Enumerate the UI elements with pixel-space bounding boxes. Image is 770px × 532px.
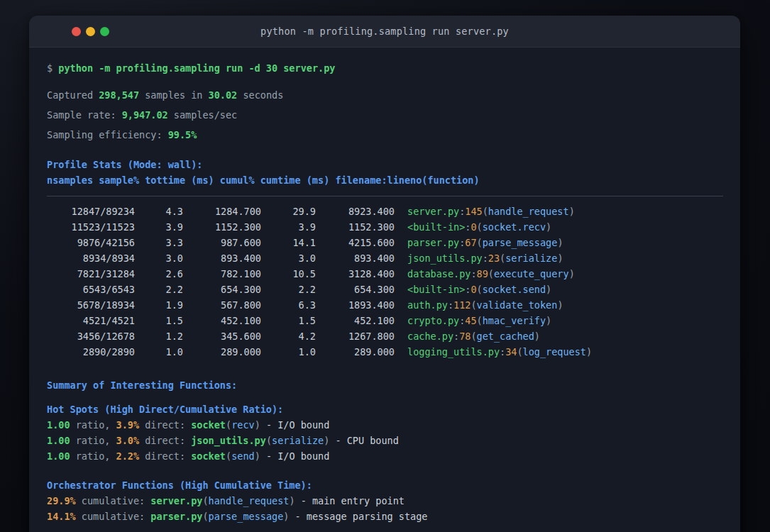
sample-pct-cell: 1.2	[135, 328, 183, 344]
filename: cache.py	[407, 331, 453, 342]
efficiency-value: 99.5%	[168, 129, 197, 140]
module-name: parser.py	[150, 511, 202, 522]
profile-row: 6543/6543 2.2 654.300 2.2 654.300 <built…	[47, 282, 723, 297]
nsamples-cell: 3456/12678	[47, 328, 135, 344]
location-cell: auth.py:112(validate_token)	[395, 297, 723, 313]
filename: <built-in>	[407, 221, 465, 233]
profile-row: 4521/4521 1.5 452.100 1.5 452.100 crypto…	[47, 313, 723, 328]
shell-prompt: $	[47, 62, 58, 74]
filename: server.py	[407, 206, 459, 217]
open-paren: (	[226, 450, 231, 462]
profile-table: 12847/89234 4.3 1284.700 29.9 8923.400 s…	[47, 204, 723, 360]
close-paren: )	[289, 495, 295, 506]
ratio-value: 1.00	[47, 435, 70, 446]
captured-label: Captured	[47, 89, 99, 101]
hot-spot-line: 1.00 ratio, 3.0% direct: json_utils.py(s…	[47, 433, 723, 448]
function-name: handle_request	[488, 206, 569, 217]
ratio-value: 1.00	[47, 450, 70, 462]
lineno: 145	[465, 206, 482, 217]
close-paren: )	[255, 419, 260, 431]
hot-spot-line: 1.00 ratio, 2.2% direct: socket(send) - …	[47, 448, 723, 464]
colon: :	[500, 346, 505, 358]
maximize-button[interactable]	[100, 27, 109, 36]
orchestrator-heading: Orchestrator Functions (High Cumulative …	[47, 477, 723, 493]
command-text: python -m profiling.sampling run -d 30 s…	[58, 62, 335, 74]
bound-note: - I/O bound	[260, 450, 330, 462]
profile-row: 12847/89234 4.3 1284.700 29.9 8923.400 s…	[47, 204, 723, 219]
colon: :	[453, 331, 459, 342]
filename: json_utils.py	[407, 253, 483, 264]
open-paren: (	[266, 435, 272, 446]
lineno: 89	[477, 268, 488, 279]
minimize-button[interactable]	[86, 27, 95, 36]
tottime-cell: 1284.700	[183, 204, 261, 219]
module-name: json_utils.py	[191, 435, 266, 446]
sample-pct-cell: 1.9	[135, 297, 183, 313]
cumtime-cell: 1893.400	[316, 297, 395, 313]
function-name: send	[231, 450, 255, 462]
cumtime-cell: 1152.300	[316, 219, 395, 235]
tottime-cell: 567.800	[183, 297, 261, 313]
close-paren: )	[534, 331, 540, 342]
efficiency-line: Sampling efficiency: 99.5%	[47, 127, 723, 143]
lineno: 78	[459, 331, 471, 342]
traffic-lights	[72, 16, 109, 47]
profile-stats-heading: Profile Stats (Mode: wall):	[47, 157, 723, 172]
profile-row: 11523/11523 3.9 1152.300 3.9 1152.300 <b…	[47, 219, 723, 235]
location-cell: logging_utils.py:34(log_request)	[395, 344, 723, 360]
direct-label: direct:	[139, 419, 191, 431]
tottime-cell: 452.100	[183, 313, 261, 328]
orchestrator-line: 29.9% cumulative: server.py(handle_reque…	[47, 493, 723, 509]
open-paren: (	[488, 268, 494, 279]
orchestrator-list: 29.9% cumulative: server.py(handle_reque…	[47, 493, 723, 524]
location-cell: <built-in>:0(socket.send)	[395, 282, 723, 297]
direct-pct: 3.9%	[116, 419, 140, 431]
tottime-cell: 893.400	[183, 250, 261, 266]
samples-count: 298,547	[99, 89, 139, 101]
captured-suffix: seconds	[237, 89, 283, 101]
colon: :	[448, 299, 453, 311]
close-button[interactable]	[72, 27, 81, 36]
lineno: 34	[505, 346, 517, 358]
bound-note: - CPU bound	[329, 435, 399, 446]
tottime-cell: 289.000	[183, 344, 261, 360]
terminal-output: $ python -m profiling.sampling run -d 30…	[29, 48, 740, 524]
orchestrator-note: - main entry point	[295, 495, 405, 506]
cumtime-cell: 654.300	[316, 282, 395, 297]
open-paren: (	[226, 419, 231, 431]
orchestrator-line: 14.1% cumulative: parser.py(parse_messag…	[47, 509, 723, 524]
hot-spots-list: 1.00 ratio, 3.9% direct: socket(recv) - …	[47, 417, 723, 464]
cumul-pct-cell: 1.5	[261, 313, 316, 328]
cumul-pct-cell: 3.0	[261, 250, 316, 266]
open-paren: (	[477, 221, 483, 233]
terminal-window: python -m profiling.sampling run server.…	[29, 16, 740, 532]
efficiency-label: Sampling efficiency:	[47, 129, 168, 140]
profile-row: 9876/42156 3.3 987.600 14.1 4215.600 par…	[47, 235, 723, 250]
module-name: socket	[191, 450, 226, 462]
sample-pct-cell: 3.3	[135, 235, 183, 250]
cumul-pct-cell: 3.9	[261, 219, 316, 235]
function-name: validate_token	[477, 299, 558, 311]
tottime-cell: 782.100	[183, 266, 261, 282]
table-divider	[47, 196, 723, 196]
lineno: 23	[488, 253, 500, 264]
function-name: serialize	[505, 253, 557, 264]
sample-pct-cell: 2.6	[135, 266, 183, 282]
titlebar[interactable]: python -m profiling.sampling run server.…	[29, 16, 740, 48]
sample-pct-cell: 2.2	[135, 282, 183, 297]
location-cell: <built-in>:0(socket.recv)	[395, 219, 723, 235]
close-paren: )	[557, 237, 563, 248]
cumtime-cell: 289.000	[316, 344, 395, 360]
ratio-label: ratio,	[70, 450, 116, 462]
cumul-pct-cell: 1.0	[261, 344, 316, 360]
close-paren: )	[569, 206, 575, 217]
open-paren: (	[517, 346, 522, 358]
hot-spots-heading: Hot Spots (High Direct/Cumulative Ratio)…	[47, 401, 723, 417]
sample-rate-line: Sample rate: 9,947.02 samples/sec	[47, 107, 723, 123]
profile-row: 8934/8934 3.0 893.400 3.0 893.400 json_u…	[47, 250, 723, 266]
sample-pct-cell: 4.3	[135, 204, 183, 219]
lineno: 0	[471, 284, 476, 295]
open-paren: (	[477, 237, 483, 248]
lineno: 45	[465, 315, 476, 326]
module-name: server.py	[150, 495, 202, 506]
